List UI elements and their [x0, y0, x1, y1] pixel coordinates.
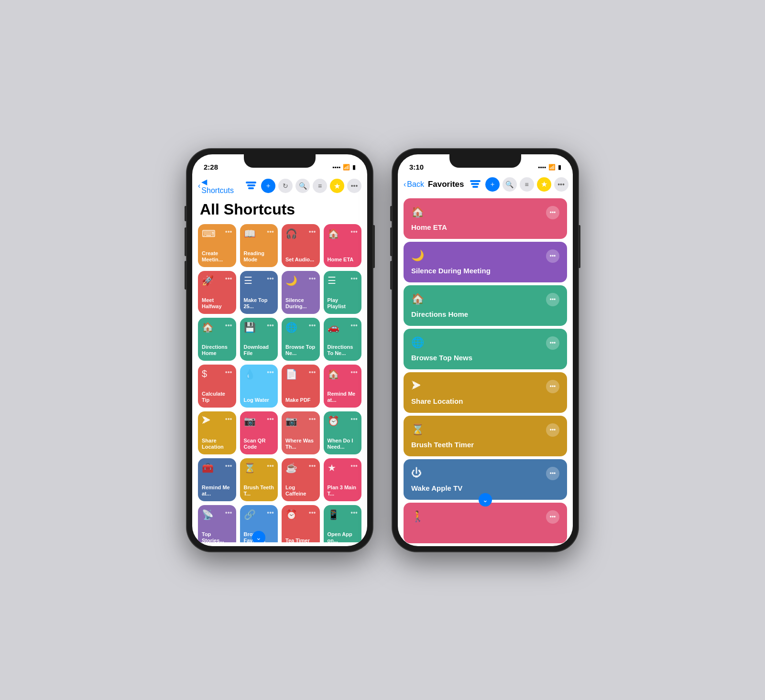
shortcut-tile[interactable]: 💧 ••• Log Water	[240, 365, 278, 408]
tile-menu-icon[interactable]: •••	[350, 322, 358, 329]
layers-icon-1[interactable]	[244, 179, 258, 193]
tile-menu-icon[interactable]: •••	[309, 462, 316, 470]
tile-menu-icon[interactable]: •••	[225, 322, 232, 329]
tile-label: Calculate Tip	[202, 391, 232, 403]
tile-menu-icon[interactable]: •••	[225, 462, 232, 470]
fav-menu-icon[interactable]: •••	[546, 293, 559, 306]
menu-icon-1[interactable]: ≡	[313, 179, 327, 193]
shortcut-tile[interactable]: 🏠 ••• Remind Me at...	[324, 365, 362, 408]
tile-menu-icon[interactable]: •••	[350, 415, 358, 423]
favorite-item[interactable]: ⌛ ••• Brush Teeth Timer	[404, 416, 567, 456]
star-icon-2[interactable]: ★	[537, 177, 551, 192]
shortcut-tile[interactable]: 📖 ••• Reading Mode	[240, 224, 278, 267]
favorite-item[interactable]: ⏻ ••• Wake Apple TV ⌄	[404, 459, 567, 500]
favorite-item[interactable]: 🌐 ••• Browse Top News	[404, 329, 567, 369]
shortcut-tile[interactable]: 🔗 ••• Browse Favorit... ⌄	[240, 505, 278, 542]
shortcut-tile[interactable]: ⏰ ••• Tea Timer	[282, 505, 320, 542]
shortcut-tile[interactable]: 🏠 ••• Home ETA	[324, 224, 362, 267]
shortcut-tile[interactable]: 🏠 ••• Directions Home	[198, 318, 236, 361]
tile-menu-icon[interactable]: •••	[267, 368, 274, 376]
add-icon-1[interactable]: ＋	[261, 179, 275, 193]
back-button-1[interactable]: ‹ ◀ Shortcuts	[198, 177, 236, 195]
scroll-down-badge[interactable]: ⌄	[479, 493, 492, 506]
shortcut-tile[interactable]: 📱 ••• Open App on...	[324, 505, 362, 542]
shortcut-tile[interactable]: ⌛ ••• Brush Teeth T...	[240, 458, 278, 501]
tile-top: 📄 •••	[285, 368, 316, 380]
favorite-item[interactable]: ⮞ ••• Share Location	[404, 372, 567, 413]
tile-menu-icon[interactable]: •••	[225, 368, 232, 376]
favorite-item[interactable]: 🏠 ••• Home ETA	[404, 198, 567, 239]
fav-menu-icon[interactable]: •••	[546, 336, 559, 350]
shortcut-tile[interactable]: 🌙 ••• Silence During...	[282, 271, 320, 314]
back-label-2: Back	[407, 180, 424, 189]
tile-menu-icon[interactable]: •••	[350, 462, 358, 470]
favorite-item[interactable]: 🚶 •••	[404, 503, 567, 543]
fav-menu-icon[interactable]: •••	[546, 206, 559, 219]
tile-menu-icon[interactable]: •••	[309, 368, 316, 376]
menu-icon-2[interactable]: ≡	[520, 177, 534, 192]
add-icon-2[interactable]: ＋	[485, 177, 500, 192]
tile-top: 🌐 •••	[285, 322, 316, 333]
tile-menu-icon[interactable]: •••	[225, 509, 232, 517]
fav-menu-icon[interactable]: •••	[546, 510, 559, 524]
tile-menu-icon[interactable]: •••	[267, 275, 274, 282]
back-button-2[interactable]: ‹ Back	[404, 180, 424, 189]
fav-menu-icon[interactable]: •••	[546, 380, 559, 393]
tile-menu-icon[interactable]: •••	[309, 322, 316, 329]
shortcut-tile[interactable]: ★ ••• Plan 3 Main T...	[324, 458, 362, 501]
tile-label: Plan 3 Main T...	[328, 485, 358, 497]
shortcut-tile[interactable]: ☕ ••• Log Caffeine	[282, 458, 320, 501]
tile-menu-icon[interactable]: •••	[350, 368, 358, 376]
shortcut-tile[interactable]: 📷 ••• Scan QR Code	[240, 411, 278, 454]
shortcut-tile[interactable]: 🚀 ••• Meet Halfway	[198, 271, 236, 314]
tile-top: 💧 •••	[244, 368, 274, 380]
search-icon-1[interactable]: 🔍	[295, 179, 310, 193]
shortcut-tile[interactable]: 🚗 ••• Directions To Ne...	[324, 318, 362, 361]
star-icon-1[interactable]: ★	[330, 179, 344, 193]
tile-menu-icon[interactable]: •••	[267, 462, 274, 470]
tile-label: Open App on...	[328, 531, 358, 542]
fav-menu-icon[interactable]: •••	[546, 467, 559, 480]
tile-menu-icon[interactable]: •••	[309, 228, 316, 236]
fav-menu-icon[interactable]: •••	[546, 423, 559, 437]
refresh-icon-1[interactable]: ↻	[278, 179, 293, 193]
shortcut-tile[interactable]: 🎧 ••• Set Audio...	[282, 224, 320, 267]
shortcut-tile[interactable]: ⌨ ••• Create Meetin...	[198, 224, 236, 267]
shortcut-tile[interactable]: ⏰ ••• When Do I Need...	[324, 411, 362, 454]
tile-icon: ☕	[285, 462, 297, 474]
tile-menu-icon[interactable]: •••	[267, 415, 274, 423]
tile-menu-icon[interactable]: •••	[225, 275, 232, 282]
tile-menu-icon[interactable]: •••	[225, 415, 232, 423]
layers-icon-2[interactable]	[468, 177, 482, 192]
fav-label: Directions Home	[411, 310, 559, 318]
shortcut-tile[interactable]: 💾 ••• Download File	[240, 318, 278, 361]
shortcut-tile[interactable]: 📡 ••• Top Stories...	[198, 505, 236, 542]
tile-menu-icon[interactable]: •••	[350, 275, 358, 282]
tile-menu-icon[interactable]: •••	[309, 275, 316, 282]
fav-menu-icon[interactable]: •••	[546, 249, 559, 263]
more-icon-2[interactable]: •••	[554, 177, 568, 192]
more-icon-1[interactable]: •••	[347, 179, 361, 193]
tile-menu-icon[interactable]: •••	[267, 228, 274, 236]
nav-icons-2: ＋ 🔍 ≡ ★ •••	[468, 177, 568, 192]
favorite-item[interactable]: 🌙 ••• Silence During Meeting	[404, 242, 567, 282]
shortcut-tile[interactable]: 📷 ••• Where Was Th...	[282, 411, 320, 454]
tile-menu-icon[interactable]: •••	[350, 509, 358, 517]
tile-menu-icon[interactable]: •••	[350, 228, 358, 236]
fav-icon: 🚶	[411, 510, 424, 523]
shortcut-tile[interactable]: 🧰 ••• Remind Me at...	[198, 458, 236, 501]
shortcut-tile[interactable]: 📄 ••• Make PDF	[282, 365, 320, 408]
tile-menu-icon[interactable]: •••	[225, 228, 232, 236]
tile-menu-icon[interactable]: •••	[267, 322, 274, 329]
search-icon-2[interactable]: 🔍	[503, 177, 517, 192]
shortcut-tile[interactable]: ☰ ••• Play Playlist	[324, 271, 362, 314]
tile-menu-icon[interactable]: •••	[309, 509, 316, 517]
favorite-item[interactable]: 🏠 ••• Directions Home	[404, 285, 567, 326]
shortcut-tile[interactable]: $ ••• Calculate Tip	[198, 365, 236, 408]
tile-top: 📖 •••	[244, 228, 274, 239]
shortcut-tile[interactable]: 🌐 ••• Browse Top Ne...	[282, 318, 320, 361]
tile-menu-icon[interactable]: •••	[267, 509, 274, 517]
shortcut-tile[interactable]: ☰ ••• Make Top 25...	[240, 271, 278, 314]
shortcut-tile[interactable]: ⮞ ••• Share Location	[198, 411, 236, 454]
tile-menu-icon[interactable]: •••	[309, 415, 316, 423]
